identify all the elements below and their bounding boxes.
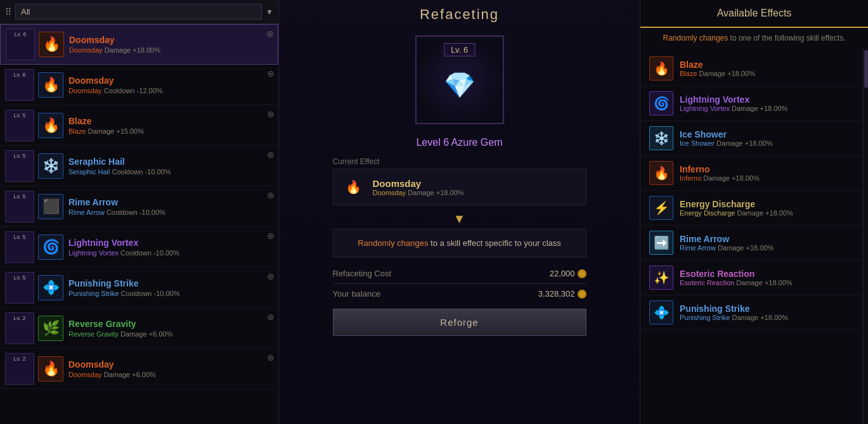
gem-info: Punishing Strike Punishing Strike Cooldo… — [68, 278, 273, 297]
gem-level-label: Lv. 5 — [14, 193, 26, 200]
effect-item-name: Rime Arrow — [680, 234, 774, 244]
effect-item-desc: Lightning Vortex Damage +18.00% — [680, 105, 787, 112]
gem-info: Seraphic Hail Seraphic Hail Cooldown -10… — [68, 157, 273, 176]
effect-item: ⚡ Energy Discharge Energy Discharge Dama… — [640, 191, 863, 226]
gem-menu-icon[interactable]: ⊕ — [267, 109, 275, 119]
current-effect-box: 🔥 Doomsday Doomsday Damage +18.00% — [333, 169, 586, 205]
gem-menu-icon[interactable]: ⊕ — [267, 68, 275, 79]
cost-row-balance: Your balance 3,328,302 — [333, 286, 586, 301]
effect-item-icon: 💠 — [649, 300, 673, 324]
gem-name: Doomsday — [68, 359, 273, 369]
gem-menu-icon[interactable]: ⊕ — [267, 231, 275, 241]
gem-list-item[interactable]: Lv. 5 ❄️ Seraphic Hail Seraphic Hail Coo… — [0, 146, 278, 186]
effect-item-icon: ❄️ — [649, 126, 673, 150]
gem-icon: 🔥 — [38, 72, 63, 98]
effect-item-name: Ice Shower — [680, 129, 772, 139]
effect-item: ➡️ Rime Arrow Rime Arrow Damage +18.00% — [640, 226, 863, 260]
effect-item-desc: Rime Arrow Damage +18.00% — [680, 244, 774, 252]
current-effect-icon: 🔥 — [342, 176, 365, 198]
right-scrollbar[interactable] — [863, 49, 868, 424]
gem-menu-icon[interactable]: ⊕ — [267, 271, 275, 281]
effect-item-desc: Esoteric Reaction Damage +18.00% — [680, 279, 793, 286]
gem-desc: Reverse Gravity Damage +6.00% — [68, 330, 273, 338]
effect-item-desc: Ice Shower Damage +18.00% — [680, 139, 772, 147]
separator — [333, 283, 586, 284]
gem-list-item[interactable]: Lv. 6 🔥 Doomsday Doomsday Damage +18.00%… — [0, 24, 278, 65]
gem-menu-icon[interactable]: ⊕ — [267, 352, 275, 363]
arrow-down-icon: ▼ — [333, 212, 586, 226]
filter-select[interactable]: All — [15, 4, 262, 20]
right-panel-title: Available Effects — [640, 0, 868, 28]
gem-menu-icon[interactable]: ⊕ — [267, 312, 275, 322]
effect-item-icon: 🔥 — [649, 56, 673, 80]
gem-list-item[interactable]: Lv. 2 🔥 Doomsday Doomsday Damage +6.00% … — [0, 349, 278, 389]
gem-name: Lightning Vortex — [68, 238, 273, 248]
gem-level-label: Lv. 5 — [14, 153, 26, 159]
current-effect-desc: Doomsday Damage +18.00% — [373, 189, 464, 196]
gem-list-item[interactable]: Lv. 6 🔥 Doomsday Doomsday Cooldown -12.0… — [0, 65, 278, 105]
gem-level-label: Lv. 5 — [14, 274, 26, 281]
gem-desc: Doomsday Cooldown -12.00% — [68, 87, 273, 94]
random-text-1: Randomly changes — [358, 238, 428, 248]
gem-name: Reverse Gravity — [68, 319, 273, 329]
reforge-button[interactable]: Reforge — [333, 309, 586, 336]
gem-list-item[interactable]: Lv. 5 🌀 Lightning Vortex Lightning Vorte… — [0, 227, 278, 267]
right-panel: Available Effects Randomly changes to on… — [640, 0, 868, 424]
effect-desc-prefix: Doomsday — [373, 189, 406, 196]
gem-desc: Lightning Vortex Cooldown -10.00% — [68, 249, 273, 257]
gem-level-label: Lv. 6 — [14, 72, 26, 78]
right-panel-subtitle: Randomly changes to one of the following… — [640, 28, 868, 49]
gem-menu-icon[interactable]: ⊕ — [267, 190, 275, 200]
gem-level-box: Lv. 5 — [5, 150, 34, 182]
current-effect-section: Current Effect 🔥 Doomsday Doomsday Damag… — [333, 157, 586, 266]
effect-item-info: Lightning Vortex Lightning Vortex Damage… — [680, 94, 787, 112]
gem-menu-icon[interactable]: ⊕ — [266, 29, 274, 39]
gem-desc: Seraphic Hail Cooldown -10.00% — [68, 168, 273, 176]
effect-item-icon: 🌀 — [649, 91, 673, 115]
gem-list-item[interactable]: Lv. 5 💠 Punishing Strike Punishing Strik… — [0, 267, 278, 308]
random-text-2: to a skill effect — [429, 238, 485, 248]
effect-item-info: Ice Shower Ice Shower Damage +18.00% — [680, 129, 772, 147]
gem-desc: Rime Arrow Cooldown -10.00% — [68, 209, 273, 216]
gem-name: Blaze — [68, 116, 273, 126]
refaceting-cost-label: Refaceting Cost — [333, 269, 392, 278]
current-effect-name: Doomsday — [373, 178, 464, 189]
gem-list-item[interactable]: Lv. 5 🔥 Blaze Blaze Damage +15.00% ⊕ — [0, 105, 278, 146]
gem-preview-title: Level 6 Azure Gem — [416, 137, 502, 148]
gem-desc: Blaze Damage +15.00% — [68, 127, 273, 135]
effect-item-info: Punishing Strike Punishing Strike Damage… — [680, 304, 788, 321]
effect-item-info: Energy Discharge Energy Discharge Damage… — [680, 199, 793, 217]
random-change-box: Randomly changes to a skill effect speci… — [333, 229, 586, 257]
gem-level-box: Lv. 5 — [5, 272, 34, 304]
effect-item-info: Blaze Blaze Damage +18.00% — [680, 60, 755, 77]
gem-list-item[interactable]: Lv. 5 ⬛ Rime Arrow Rime Arrow Cooldown -… — [0, 186, 278, 227]
cost-section: Refaceting Cost 22,000 Your balance 3,32… — [333, 266, 586, 301]
grid-icon: ⠿ — [5, 7, 11, 17]
gem-desc: Doomsday Damage +18.00% — [69, 46, 273, 54]
effect-item-name: Esoteric Reaction — [680, 269, 793, 279]
gem-level-label: Lv. 5 — [14, 234, 26, 240]
gem-level-label: Lv. 6 — [15, 31, 27, 37]
effect-item-desc: Inferno Damage +18.00% — [680, 174, 760, 182]
effect-item-icon: ✨ — [649, 266, 673, 290]
gem-preview-bg: Lv. 6 💎 — [415, 35, 504, 124]
gem-icon: 🌿 — [38, 316, 63, 341]
gem-icon: 🔥 — [38, 113, 63, 138]
effect-item-info: Esoteric Reaction Esoteric Reaction Dama… — [680, 269, 793, 286]
effect-item-desc: Energy Discharge Damage +18.00% — [680, 209, 793, 217]
balance-value: 3,328,302 — [538, 289, 586, 299]
subtitle-orange: Randomly changes — [663, 34, 729, 42]
gem-list-item[interactable]: Lv. 2 🌿 Reverse Gravity Reverse Gravity … — [0, 308, 278, 349]
gem-level-box: Lv. 5 — [5, 191, 34, 222]
current-effect-label: Current Effect — [333, 157, 586, 166]
gem-name: Seraphic Hail — [68, 157, 273, 167]
effect-item: ❄️ Ice Shower Ice Shower Damage +18.00% — [640, 121, 863, 156]
effect-item: 🔥 Inferno Inferno Damage +18.00% — [640, 156, 863, 191]
current-effect-info: Doomsday Doomsday Damage +18.00% — [373, 178, 464, 196]
gem-level-box: Lv. 2 — [5, 312, 34, 344]
gem-desc: Punishing Strike Cooldown -10.00% — [68, 290, 273, 297]
gem-info: Doomsday Doomsday Cooldown -12.00% — [68, 75, 273, 94]
effect-item-name: Punishing Strike — [680, 304, 788, 314]
gem-menu-icon[interactable]: ⊕ — [267, 150, 275, 160]
filter-bar: ⠿ All ▼ — [0, 0, 278, 24]
